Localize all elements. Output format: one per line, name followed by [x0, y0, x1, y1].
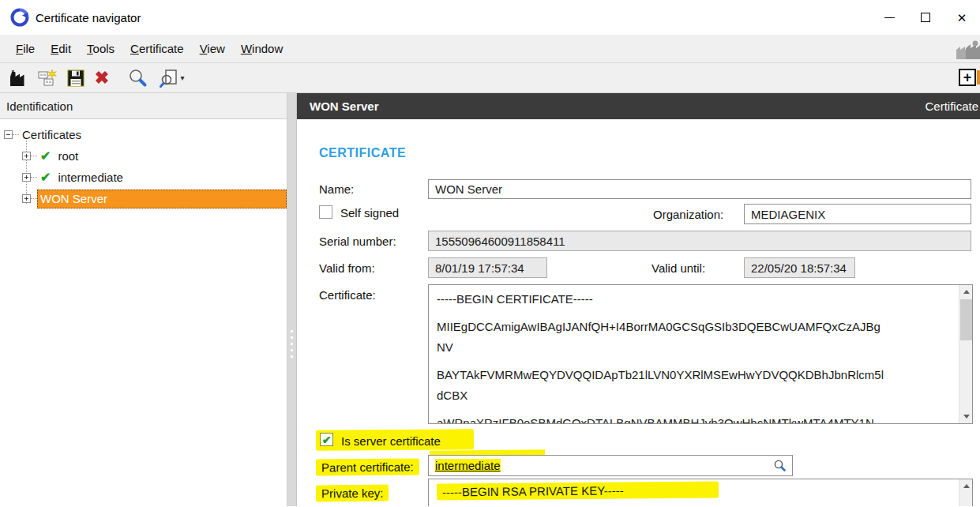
add-button[interactable]: +: [959, 69, 976, 86]
menu-edit-hotkey: E: [51, 42, 58, 55]
name-value: WON Server: [435, 182, 502, 196]
valid-until-label: Valid until:: [651, 261, 705, 275]
menu-tools[interactable]: Tools: [79, 42, 122, 55]
menu-certificate-hotkey: C: [130, 42, 139, 55]
detail-title: WON Server: [310, 100, 379, 113]
self-signed-label: Self signed: [340, 206, 399, 220]
serial-number-field: 15550964600911858411: [428, 231, 971, 251]
identification-factory-button[interactable]: [5, 66, 33, 91]
certificate-textarea[interactable]: -----BEGIN CERTIFICATE----- MIIEgDCCAmig…: [428, 284, 973, 424]
menu-window[interactable]: Window: [233, 42, 291, 55]
menu-tools-rest: ools: [93, 42, 115, 55]
tree-connector: [31, 156, 37, 156]
is-server-checkbox[interactable]: ✔: [320, 433, 333, 446]
clipped-toolbar-icon: [977, 70, 980, 84]
close-icon: ✕: [957, 12, 967, 24]
certificate-line: aWRnaXRzIFB0eSBMdGQxDTALBgNVBAMMBHJvb3Qw…: [437, 413, 951, 423]
new-item-icon: [37, 68, 58, 88]
valid-from-field: 8/01/19 17:57:34: [428, 257, 547, 278]
menu-certificate[interactable]: Certificate: [122, 42, 192, 55]
window-title: Certificate navigator: [36, 11, 141, 24]
sidebar-header-label: Identification: [6, 100, 73, 113]
save-button[interactable]: [62, 66, 90, 91]
verified-check-icon: ✔: [40, 170, 51, 185]
lookup-button[interactable]: [771, 458, 788, 474]
menu-file-rest: ile: [23, 42, 35, 55]
maximize-button[interactable]: [907, 0, 944, 35]
search-small-icon: [772, 459, 787, 473]
dropdown-caret-icon: ▾: [180, 73, 184, 82]
menu-tools-hotkey: T: [87, 42, 93, 55]
app-logo-icon: [10, 8, 29, 27]
menu-file[interactable]: File: [8, 42, 43, 55]
menu-window-rest: indow: [252, 42, 283, 55]
valid-until-value: 22/05/20 18:57:34: [751, 261, 847, 275]
maximize-icon: [921, 13, 930, 22]
menu-edit[interactable]: Edit: [43, 42, 79, 55]
valid-from-label: Valid from:: [319, 261, 375, 275]
private-key-textarea[interactable]: -----BEGIN RSA PRIVATE KEY-----: [428, 479, 973, 506]
sidebar-header: Identification: [0, 93, 287, 119]
tree-connector: [31, 177, 37, 178]
menu-view-hotkey: V: [200, 42, 208, 55]
minimize-icon: [884, 17, 895, 18]
checkmark-icon: ✔: [322, 434, 332, 446]
collapse-icon[interactable]: [4, 130, 13, 139]
menu-view-rest: iew: [207, 42, 225, 55]
title-bar: Certificate navigator ✕: [0, 0, 980, 35]
private-key-text[interactable]: -----BEGIN RSA PRIVATE KEY-----: [429, 479, 959, 506]
expand-icon[interactable]: [22, 173, 31, 182]
private-key-value: -----BEGIN RSA PRIVATE KEY-----: [437, 481, 719, 500]
tree-node-root[interactable]: ✔ root: [0, 145, 287, 167]
is-server-label: Is server certificate: [341, 434, 441, 448]
tree-node-certificates[interactable]: Certificates: [0, 124, 287, 145]
factory-icon: [9, 69, 29, 88]
search-button[interactable]: [123, 66, 152, 91]
splitter-grip-icon: [291, 330, 293, 362]
toolbar-right-group: +: [956, 63, 980, 93]
menu-file-hotkey: F: [16, 42, 23, 55]
close-button[interactable]: ✕: [944, 0, 980, 35]
scrollbar-thumb[interactable]: [960, 299, 972, 340]
search-icon: [127, 68, 148, 88]
parent-certificate-link[interactable]: intermediate: [435, 459, 501, 472]
sidebar: Identification Certificates ✔ root ✔ int…: [0, 93, 287, 506]
organization-input[interactable]: MEDIAGENIX: [744, 204, 971, 224]
selected-tree-item[interactable]: WON Server: [37, 190, 287, 208]
detail-header: WON Server Certificate: [297, 93, 980, 119]
parent-certificate-label: Parent certificate:: [316, 458, 419, 475]
menu-view[interactable]: View: [192, 42, 233, 55]
scroll-up-icon[interactable]: [959, 479, 973, 493]
tree-label-root[interactable]: root: [54, 148, 81, 164]
private-key-scrollbar[interactable]: [959, 479, 972, 506]
name-input[interactable]: WON Server: [428, 179, 971, 199]
tree-label-won-server[interactable]: WON Server: [40, 192, 107, 205]
scroll-down-icon[interactable]: [959, 410, 973, 423]
certificate-line: BAYTAkFVMRMwEQYDVQQIDApTb21lLVN0YXRlMSEw…: [437, 365, 951, 406]
toolbar: ✖ ▾ +: [0, 63, 980, 93]
tree-node-won-server[interactable]: WON Server: [0, 188, 287, 209]
tree-node-intermediate[interactable]: ✔ intermediate: [0, 167, 287, 188]
certificate-label: Certificate:: [319, 288, 376, 302]
menu-certificate-rest: ertificate: [139, 42, 184, 55]
certificate-scrollbar[interactable]: [959, 285, 972, 423]
expand-icon[interactable]: [22, 194, 31, 203]
parent-certificate-input[interactable]: intermediate: [428, 455, 793, 476]
organization-value: MEDIAGENIX: [751, 208, 825, 221]
organization-label: Organization:: [653, 208, 723, 221]
certificate-text[interactable]: -----BEGIN CERTIFICATE----- MIIEgDCCAmig…: [429, 285, 959, 423]
plus-icon: +: [963, 70, 972, 84]
self-signed-checkbox[interactable]: [319, 205, 332, 219]
minimize-button[interactable]: [871, 0, 907, 35]
search-advanced-button[interactable]: ▾: [158, 66, 186, 91]
new-certificate-button[interactable]: [33, 66, 62, 91]
tree-label-certificates[interactable]: Certificates: [19, 126, 84, 143]
expand-icon[interactable]: [22, 152, 31, 160]
main-area: Identification Certificates ✔ root ✔ int…: [0, 93, 980, 506]
tree-label-intermediate[interactable]: intermediate: [54, 169, 126, 186]
panel-splitter[interactable]: [287, 93, 297, 506]
scroll-up-icon[interactable]: [959, 285, 973, 299]
detail-content: CERTIFICATE Name: WON Server Self signed…: [297, 119, 980, 506]
tree-connector: [31, 198, 37, 199]
delete-button[interactable]: ✖: [90, 66, 114, 91]
